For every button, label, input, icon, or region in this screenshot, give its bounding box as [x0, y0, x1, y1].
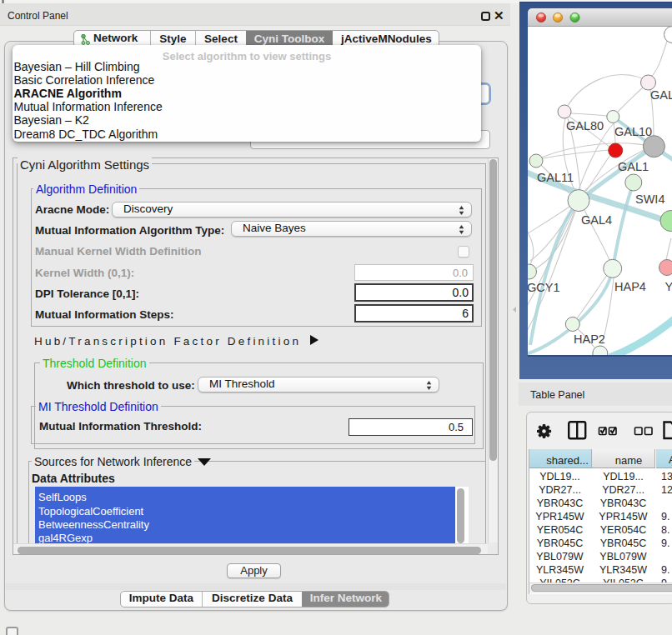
svg-text:HAP4: HAP4 [614, 280, 646, 293]
svg-text:HAP2: HAP2 [574, 332, 605, 346]
svg-text:GAL4: GAL4 [581, 213, 612, 227]
svg-text:GAL80: GAL80 [566, 119, 604, 132]
svg-text:SWI4: SWI4 [635, 192, 664, 206]
svg-text:GAL10: GAL10 [614, 125, 652, 138]
svg-text:GCY1: GCY1 [528, 281, 560, 294]
svg-text:GAL1: GAL1 [618, 160, 649, 173]
svg-text:GAL2: GAL2 [650, 88, 672, 102]
svg-text:GAL11: GAL11 [537, 171, 574, 184]
svg-text:Y: Y [665, 280, 672, 293]
